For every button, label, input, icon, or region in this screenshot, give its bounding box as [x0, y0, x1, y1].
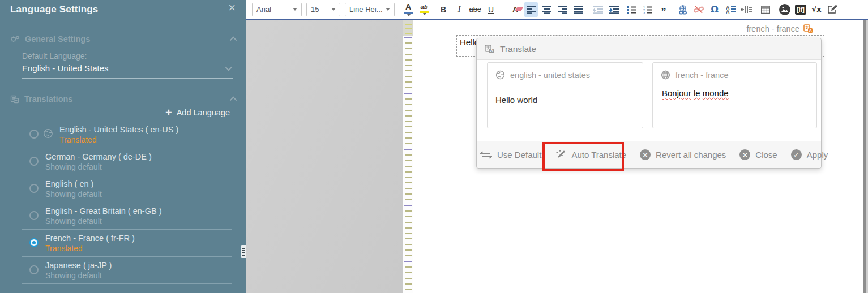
- status-badge: Showing default: [45, 162, 232, 171]
- status-badge: Showing default: [45, 217, 232, 226]
- add-language-button[interactable]: + Add Language: [165, 107, 230, 118]
- circle-check-icon: ✓: [791, 149, 802, 160]
- close-icon[interactable]: ×: [228, 2, 236, 14]
- translations-label: Translations: [24, 94, 72, 104]
- source-language-panel: english - united states Hello world: [487, 62, 643, 128]
- image-icon: [779, 3, 791, 16]
- bold-button[interactable]: B: [437, 2, 450, 17]
- dialog-body: english - united states Hello world fren…: [477, 60, 821, 141]
- bullet-list-icon: [627, 6, 636, 14]
- outdent-button: [591, 2, 605, 17]
- font-color-button[interactable]: A: [401, 2, 415, 17]
- align-justify-button[interactable]: [572, 2, 585, 17]
- radio-button[interactable]: [29, 157, 39, 166]
- highlight-color-button[interactable]: ab: [417, 2, 431, 17]
- circle-x-icon: ×: [640, 149, 651, 160]
- radio-button[interactable]: [29, 130, 39, 139]
- target-language-header: french - france: [661, 70, 809, 80]
- panel-resize-handle[interactable]: [241, 245, 246, 258]
- chevron-up-icon[interactable]: [230, 36, 237, 44]
- page-break-button[interactable]: [739, 2, 753, 17]
- translations-header[interactable]: Translations: [10, 93, 237, 105]
- general-settings-label: General Settings: [25, 35, 90, 44]
- dialog-header: A Translate: [477, 38, 821, 60]
- conditional-merge-button[interactable]: [if]: [794, 2, 807, 17]
- language-row-fr-fr[interactable]: French - France ( fr-FR ) Translated: [22, 230, 232, 257]
- edit-document-button[interactable]: [826, 2, 839, 17]
- language-row-ja-jp[interactable]: Japanese ( ja-JP ) Showing default: [22, 257, 232, 284]
- unlink-button[interactable]: [692, 2, 705, 17]
- indent-button[interactable]: [607, 2, 621, 17]
- radio-button[interactable]: [29, 265, 39, 274]
- add-language-label: Add Language: [177, 108, 230, 117]
- target-text[interactable]: Bonjour le monde: [661, 88, 809, 98]
- language-row-en-us[interactable]: English - United States ( en-US ) Transl…: [22, 121, 232, 148]
- translate-dialog: A Translate english - united states: [476, 38, 822, 169]
- language-settings-panel: Language Settings × General Settings Def…: [0, 0, 246, 293]
- document-canvas: french - france A Hello world: [246, 20, 868, 293]
- language-row-en-gb[interactable]: English - Great Britain ( en-GB ) Showin…: [22, 202, 232, 230]
- default-language-label: Default Language:: [22, 51, 87, 61]
- status-badge: Showing default: [45, 189, 232, 199]
- auto-translate-button[interactable]: Auto Translate: [555, 149, 626, 161]
- special-character-button[interactable]: Ω: [708, 2, 721, 17]
- align-left-button[interactable]: [524, 2, 538, 17]
- unlink-icon: [694, 5, 704, 14]
- insert-table-button[interactable]: [759, 2, 772, 17]
- bullet-list-button[interactable]: [625, 2, 639, 17]
- status-badge: Showing default: [45, 271, 232, 280]
- default-language-select[interactable]: English - United States: [22, 63, 233, 79]
- text-style-button[interactable]: AA: [724, 2, 737, 17]
- font-color-icon: A: [405, 2, 411, 11]
- radio-button-selected[interactable]: [29, 238, 39, 247]
- align-left-icon: [527, 6, 536, 14]
- source-text: Hello world: [495, 95, 635, 105]
- align-center-icon: [542, 6, 551, 14]
- formula-button[interactable]: √x: [810, 2, 823, 17]
- status-badge: Translated: [59, 135, 232, 144]
- language-row-en[interactable]: English ( en ) Showing default: [22, 175, 232, 202]
- font-size-select[interactable]: 15: [306, 3, 340, 16]
- numbered-list-icon: 123: [643, 6, 652, 14]
- page-language-label: french - france A: [747, 24, 814, 33]
- radio-button[interactable]: [29, 211, 39, 220]
- font-family-select[interactable]: Arial: [252, 3, 302, 16]
- document-page[interactable]: french - france A Hello world: [413, 20, 863, 293]
- close-button[interactable]: × Close: [739, 149, 777, 160]
- link-globe-icon: [678, 5, 688, 15]
- strikethrough-button[interactable]: abc: [468, 2, 482, 17]
- underline-button[interactable]: U: [484, 2, 498, 17]
- language-row-de-de[interactable]: German - Germany ( de-DE ) Showing defau…: [22, 148, 232, 175]
- panel-title: Language Settings: [10, 4, 98, 15]
- radio-button[interactable]: [29, 184, 39, 193]
- language-list: English - United States ( en-US ) Transl…: [22, 121, 232, 284]
- globe-icon: [43, 128, 53, 139]
- blockquote-button[interactable]: ”: [657, 2, 670, 17]
- editor-toolbar: Arial 15 Line Hei... A ab B I: [246, 0, 868, 19]
- eraser-icon: [515, 7, 523, 11]
- gear-icon: [10, 35, 20, 44]
- insert-link-button[interactable]: [676, 2, 690, 17]
- insert-image-button[interactable]: [778, 2, 792, 17]
- numbered-list-button[interactable]: 123: [641, 2, 655, 17]
- svg-text:A: A: [726, 9, 730, 14]
- svg-text:3: 3: [643, 11, 645, 14]
- apply-button[interactable]: ✓ Apply: [791, 149, 828, 160]
- globe-wireframe-icon: [661, 70, 670, 80]
- general-settings-header[interactable]: General Settings: [10, 33, 237, 45]
- source-language-header: english - united states: [495, 70, 635, 80]
- chevron-up-icon[interactable]: [230, 96, 237, 104]
- align-center-button[interactable]: [540, 2, 554, 17]
- translate-icon[interactable]: A: [803, 24, 813, 33]
- edit-pencil-icon: [827, 5, 837, 14]
- align-right-button[interactable]: [556, 2, 570, 17]
- italic-button[interactable]: I: [452, 2, 466, 17]
- target-language-panel[interactable]: french - france Bonjour le monde: [652, 62, 817, 128]
- line-height-select[interactable]: Line Hei...: [345, 3, 395, 16]
- svg-text:A: A: [490, 49, 493, 53]
- text-cursor: [661, 89, 661, 97]
- revert-all-changes-button[interactable]: × Revert all changes: [640, 149, 726, 160]
- format-eraser-button[interactable]: A: [508, 2, 522, 17]
- circle-x-icon: ×: [739, 149, 750, 160]
- use-default-button[interactable]: Use Default: [480, 150, 541, 160]
